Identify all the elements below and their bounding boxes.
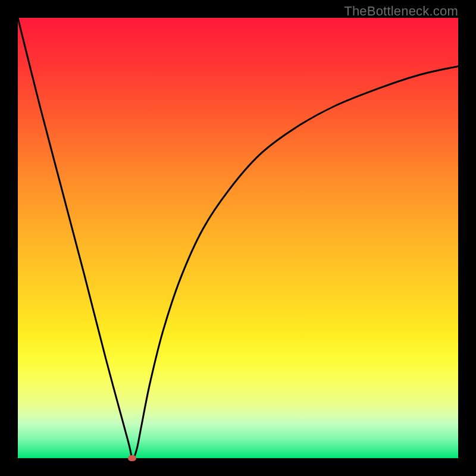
attribution-text: TheBottleneck.com [344, 4, 458, 19]
minimum-marker [128, 455, 136, 461]
bottleneck-curve [18, 18, 458, 458]
chart-plot-area [18, 18, 458, 458]
chart-frame: TheBottleneck.com [0, 0, 476, 476]
